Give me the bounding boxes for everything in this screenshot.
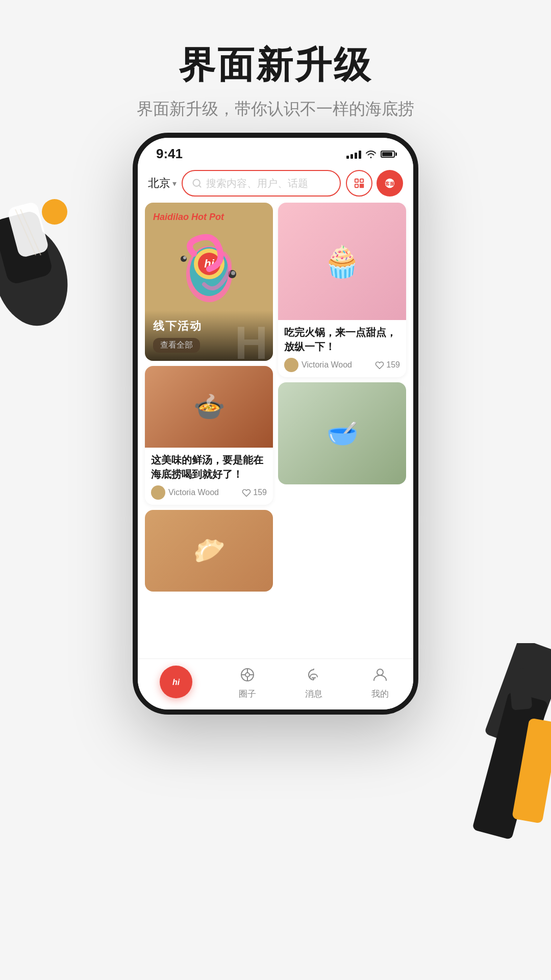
svg-point-36 xyxy=(377,669,383,675)
svg-line-3 xyxy=(15,209,36,255)
home-icon[interactable]: hi xyxy=(160,666,192,698)
soup2-card[interactable]: 🥣 xyxy=(278,382,406,484)
svg-text:客服: 客服 xyxy=(385,181,395,186)
dumpling-image: 🥟 xyxy=(145,510,273,592)
svg-rect-5 xyxy=(484,643,551,751)
cupcakes-author-avatar xyxy=(284,358,298,372)
search-placeholder: 搜索内容、用户、话题 xyxy=(206,177,308,190)
right-column: 🧁 吃完火锅，来一点甜点，放纵一下！ Victoria Wood xyxy=(278,203,406,672)
location-text: 北京 xyxy=(148,176,170,191)
soup-author-info: Victoria Wood xyxy=(151,485,219,500)
soup-image: 🍲 xyxy=(145,366,273,448)
cupcakes-like-info[interactable]: 159 xyxy=(375,360,400,370)
banner-view-all-button[interactable]: 查看全部 xyxy=(153,338,200,353)
svg-rect-6 xyxy=(472,691,548,840)
right-icons: 客服 xyxy=(346,170,403,197)
cupcakes-card-title: 吃完火锅，来一点甜点，放纵一下！ xyxy=(284,325,400,354)
svg-rect-12 xyxy=(355,184,358,187)
scan-button[interactable] xyxy=(346,170,372,197)
profile-icon xyxy=(369,664,391,686)
nav-item-messages[interactable]: 消息 xyxy=(303,664,325,700)
page-subtitle: 界面新升级，带你认识不一样的海底捞 xyxy=(0,98,551,120)
svg-rect-7 xyxy=(512,718,551,823)
nav-item-home[interactable]: hi xyxy=(160,666,192,698)
service-button[interactable]: 客服 xyxy=(377,170,403,197)
soup-card[interactable]: 🍲 这美味的鲜汤，要是能在海底捞喝到就好了！ Victoria Wood xyxy=(145,366,273,505)
cupcakes-card-body: 吃完火锅，来一点甜点，放纵一下！ Victoria Wood 159 xyxy=(278,320,406,377)
status-time: 9:41 xyxy=(156,146,183,162)
nav-item-community[interactable]: 圈子 xyxy=(236,664,259,700)
content-area: Haidilao Hot Pot hi xyxy=(138,203,413,672)
nav-profile-label: 我的 xyxy=(371,688,389,700)
top-section: 界面新升级 界面新升级，带你认识不一样的海底捞 xyxy=(0,0,551,120)
svg-rect-1 xyxy=(0,210,54,286)
svg-rect-11 xyxy=(360,179,363,182)
signal-icon xyxy=(346,150,361,159)
banner-illustration: hi xyxy=(173,223,245,315)
scan-icon xyxy=(354,178,365,189)
cupcakes-likes: 159 xyxy=(386,360,400,370)
left-column: Haidilao Hot Pot hi xyxy=(145,203,273,672)
svg-text:hi: hi xyxy=(172,678,180,687)
soup-card-body: 这美味的鲜汤，要是能在海底捞喝到就好了！ Victoria Wood 159 xyxy=(145,448,273,505)
cupcakes-author-name: Victoria Wood xyxy=(302,360,352,370)
svg-rect-2 xyxy=(7,201,49,258)
cupcakes-image: 🧁 xyxy=(278,203,406,320)
banner-brand-title: Haidilao Hot Pot xyxy=(153,212,224,223)
svg-rect-14 xyxy=(362,184,364,186)
svg-point-27 xyxy=(231,271,235,275)
svg-rect-16 xyxy=(362,186,364,188)
soup-card-title: 这美味的鲜汤，要是能在海底捞喝到就好了！ xyxy=(151,453,267,481)
status-icons xyxy=(346,150,395,159)
soup-card-meta: Victoria Wood 159 xyxy=(151,485,267,500)
cupcakes-card-meta: Victoria Wood 159 xyxy=(284,358,400,372)
phone-mockup: 9:41 北京 xyxy=(133,133,418,715)
svg-rect-13 xyxy=(360,184,362,186)
svg-rect-15 xyxy=(360,186,362,188)
search-area: 北京 ▾ 搜索内容、用户、话题 xyxy=(138,166,413,203)
location-button[interactable]: 北京 ▾ xyxy=(148,176,177,191)
deco-h-letter: H xyxy=(235,320,268,361)
nav-messages-label: 消息 xyxy=(305,688,322,700)
svg-point-25 xyxy=(183,256,186,259)
svg-rect-10 xyxy=(355,179,358,182)
heart-icon-2 xyxy=(375,361,384,369)
svg-point-31 xyxy=(245,673,249,677)
deco-shoe xyxy=(0,194,77,337)
deco-hand xyxy=(459,643,551,847)
status-bar: 9:41 xyxy=(138,138,413,166)
cupcakes-author-info: Victoria Wood xyxy=(284,358,352,372)
soup-likes: 159 xyxy=(253,488,267,497)
deco-circle xyxy=(42,199,67,225)
community-icon xyxy=(236,664,259,686)
phone-frame: 9:41 北京 xyxy=(133,133,418,715)
wifi-icon xyxy=(365,150,377,158)
bottom-navigation: hi 圈子 xyxy=(138,658,413,709)
svg-point-0 xyxy=(0,217,77,334)
battery-icon xyxy=(381,151,395,158)
banner-card[interactable]: Haidilao Hot Pot hi xyxy=(145,203,273,361)
soup2-image: 🥣 xyxy=(278,382,406,484)
svg-rect-8 xyxy=(509,668,533,710)
cupcakes-card[interactable]: 🧁 吃完火锅，来一点甜点，放纵一下！ Victoria Wood xyxy=(278,203,406,377)
page-title: 界面新升级 xyxy=(0,41,551,90)
dumpling-card[interactable]: 🥟 xyxy=(145,510,273,592)
nav-item-profile[interactable]: 我的 xyxy=(369,664,391,700)
heart-icon xyxy=(242,488,251,497)
messages-icon xyxy=(303,664,325,686)
search-input-box[interactable]: 搜索内容、用户、话题 xyxy=(182,170,341,197)
soup-author-avatar xyxy=(151,485,165,500)
search-icon xyxy=(192,178,202,188)
service-icon: 客服 xyxy=(384,178,395,189)
chevron-down-icon: ▾ xyxy=(172,179,177,188)
soup-like-info[interactable]: 159 xyxy=(242,488,267,497)
nav-community-label: 圈子 xyxy=(239,688,256,700)
soup-author-name: Victoria Wood xyxy=(168,488,219,497)
svg-line-4 xyxy=(20,209,41,255)
